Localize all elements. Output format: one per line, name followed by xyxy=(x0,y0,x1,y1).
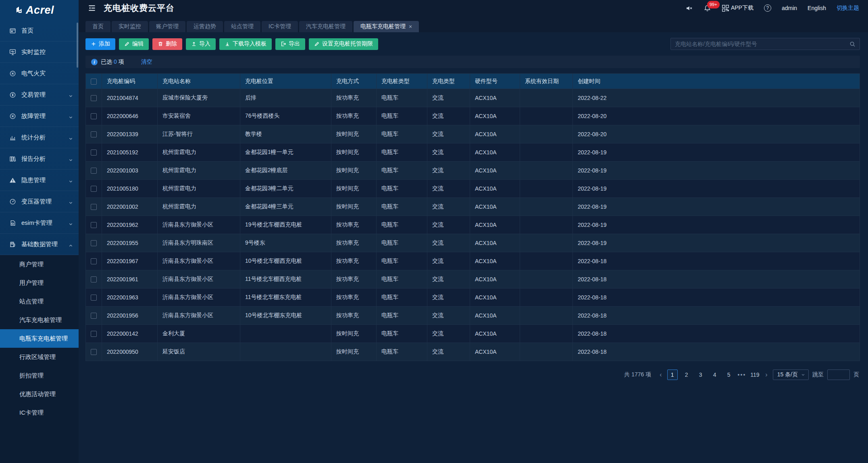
sidebar-item-stats[interactable]: 统计分析 xyxy=(0,127,79,148)
tab-item[interactable]: 运营趋势 xyxy=(187,21,223,32)
row-checkbox[interactable] xyxy=(91,349,97,355)
plus-button[interactable]: 添加 xyxy=(85,38,115,50)
row-checkbox[interactable] xyxy=(91,258,97,264)
table-cell: 交流 xyxy=(427,307,470,325)
notifications[interactable]: 99+ xyxy=(704,4,711,12)
pencil-button[interactable]: 设置充电桩托管期限 xyxy=(309,38,378,50)
row-checkbox[interactable] xyxy=(91,295,97,301)
acrel-logo-icon xyxy=(15,5,23,15)
next-page-icon[interactable]: › xyxy=(764,371,769,378)
row-checkbox[interactable] xyxy=(91,149,97,156)
column-header[interactable]: 充电桩类型 xyxy=(377,74,427,89)
column-header[interactable]: 创建时间 xyxy=(573,74,860,89)
sidebar-item-pile[interactable]: 基础数据管理 xyxy=(0,234,79,255)
tab-close-icon[interactable]: × xyxy=(409,24,412,29)
export-button[interactable]: 导出 xyxy=(275,38,305,50)
sidebar-subitem[interactable]: 行政区域管理 xyxy=(0,348,79,366)
column-header[interactable]: 充电站名称 xyxy=(158,74,240,89)
table-cell: ACX10A xyxy=(470,325,520,343)
sidebar-item-yen[interactable]: 交易管理 xyxy=(0,84,79,106)
row-checkbox[interactable] xyxy=(91,131,97,137)
sidebar-subitem[interactable]: 优惠活动管理 xyxy=(0,385,79,403)
page-number[interactable]: 2 xyxy=(681,370,692,380)
row-checkbox[interactable] xyxy=(91,204,97,210)
notification-badge: 99+ xyxy=(707,1,720,8)
page-size-select[interactable]: 15 条/页 xyxy=(773,370,809,380)
row-checkbox[interactable] xyxy=(91,186,97,192)
table-cell: 沂南县东方御景小区 xyxy=(158,216,240,234)
page-number[interactable]: 4 xyxy=(710,370,720,380)
row-checkbox[interactable] xyxy=(91,168,97,174)
tab-item[interactable]: 账户管理 xyxy=(149,21,185,32)
app-download-button[interactable]: APP下载 xyxy=(722,4,754,12)
sidebar-subitem[interactable]: 汽车充电桩管理 xyxy=(0,311,79,329)
sidebar-item-fire[interactable]: 电气火灾 xyxy=(0,63,79,84)
row-checkbox[interactable] xyxy=(91,313,97,319)
table-cell: 电瓶车 xyxy=(377,252,427,270)
sim-icon xyxy=(9,220,16,226)
column-header[interactable]: 硬件型号 xyxy=(470,74,520,89)
sidebar-item-hazard[interactable]: 隐患管理 xyxy=(0,170,79,191)
column-header[interactable]: 充电类型 xyxy=(427,74,470,89)
table-cell: ACX10A xyxy=(470,252,520,270)
charging-pile-table: 充电桩编码充电站名称充电桩位置充电方式充电桩类型充电类型硬件型号系统有效日期创建… xyxy=(85,73,860,361)
page-label: 页 xyxy=(853,371,859,378)
page-title: 充电桩收费云平台 xyxy=(104,2,175,14)
page-number-active[interactable]: 1 xyxy=(667,370,678,380)
chevron-down-icon xyxy=(69,178,73,183)
tab-item[interactable]: 站点管理 xyxy=(224,21,260,32)
sidebar-subitem[interactable]: 折扣管理 xyxy=(0,366,79,385)
tab-active[interactable]: 电瓶车充电桩管理× xyxy=(354,21,419,32)
sidebar-subitem[interactable]: 用户管理 xyxy=(0,274,79,292)
row-checkbox[interactable] xyxy=(91,240,97,246)
sidebar-item-gauge[interactable]: 变压器管理 xyxy=(0,191,79,212)
search-icon[interactable] xyxy=(849,41,856,47)
tab-item[interactable]: 汽车充电桩管理 xyxy=(299,21,352,32)
menu-fold-icon[interactable] xyxy=(87,4,96,12)
tab-item[interactable]: 首页 xyxy=(85,21,110,32)
pencil-button[interactable]: 编辑 xyxy=(119,38,149,50)
column-header[interactable]: 充电桩位置 xyxy=(240,74,331,89)
sidebar-subitem[interactable]: 站点管理 xyxy=(0,292,79,311)
search-input[interactable] xyxy=(675,41,849,47)
column-header[interactable]: 系统有效日期 xyxy=(520,74,573,89)
page-number[interactable]: 3 xyxy=(695,370,706,380)
row-checkbox[interactable] xyxy=(91,276,97,282)
row-checkbox[interactable] xyxy=(91,113,97,119)
page-number[interactable]: 5 xyxy=(724,370,734,380)
tab-item[interactable]: IC卡管理 xyxy=(262,21,298,32)
select-all-checkbox[interactable] xyxy=(91,79,97,85)
sidebar-subitem-active[interactable]: 电瓶车充电桩管理 xyxy=(0,329,79,348)
sidebar-item-sim[interactable]: esim卡管理 xyxy=(0,212,79,234)
table-cell: 沂南县东方御景小区 xyxy=(158,307,240,325)
sidebar-item-monitor[interactable]: 实时监控 xyxy=(0,42,79,63)
sidebar-subitem[interactable]: IC卡管理 xyxy=(0,403,79,422)
sidebar-item-wrench[interactable]: 故障管理 xyxy=(0,106,79,127)
clear-selection-link[interactable]: 清空 xyxy=(141,58,152,66)
column-header[interactable]: 充电桩编码 xyxy=(102,74,158,89)
theme-switch-link[interactable]: 切换主题 xyxy=(837,4,859,12)
tab-item[interactable]: 实时监控 xyxy=(112,21,148,32)
pagination-ellipsis[interactable]: ••• xyxy=(738,372,746,378)
sidebar-item-home[interactable]: 首页 xyxy=(0,20,79,42)
trash-button[interactable]: 删除 xyxy=(152,38,182,50)
page-number[interactable]: 119 xyxy=(749,370,760,380)
column-header[interactable]: 充电方式 xyxy=(331,74,377,89)
trash-icon xyxy=(158,41,163,47)
language-switch[interactable]: English xyxy=(808,5,826,11)
row-checkbox[interactable] xyxy=(91,222,97,228)
speaker-muted-icon[interactable] xyxy=(685,4,693,12)
table-cell: ACX10A xyxy=(470,289,520,307)
sidebar-subitem[interactable]: 商户管理 xyxy=(0,255,79,274)
sidebar-scrollbar[interactable] xyxy=(77,23,78,68)
jump-page-input[interactable] xyxy=(827,370,850,380)
table-row: 2022001955沂南县东方明珠南区9号楼东按功率充电瓶车交流ACX10A20… xyxy=(86,234,860,252)
download-button[interactable]: 下载导入模板 xyxy=(219,38,272,50)
sidebar-item-report[interactable]: 报告分析 xyxy=(0,148,79,170)
prev-page-icon[interactable]: ‹ xyxy=(658,371,663,378)
row-checkbox[interactable] xyxy=(91,95,97,101)
import-button[interactable]: 导入 xyxy=(186,38,216,50)
row-checkbox[interactable] xyxy=(91,331,97,337)
help-icon[interactable]: ? xyxy=(764,4,771,12)
username[interactable]: admin xyxy=(782,5,797,11)
